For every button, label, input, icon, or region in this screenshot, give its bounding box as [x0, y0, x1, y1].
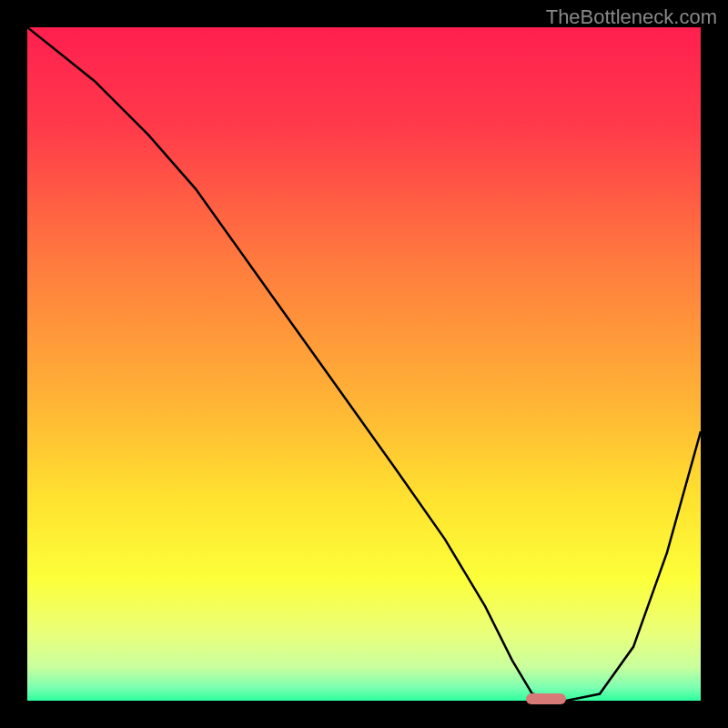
- optimal-range-marker: [526, 693, 566, 704]
- gradient-background: [27, 27, 701, 701]
- chart-plot: [27, 27, 701, 701]
- watermark-text: TheBottleneck.com: [546, 5, 717, 29]
- chart-frame: [27, 27, 701, 701]
